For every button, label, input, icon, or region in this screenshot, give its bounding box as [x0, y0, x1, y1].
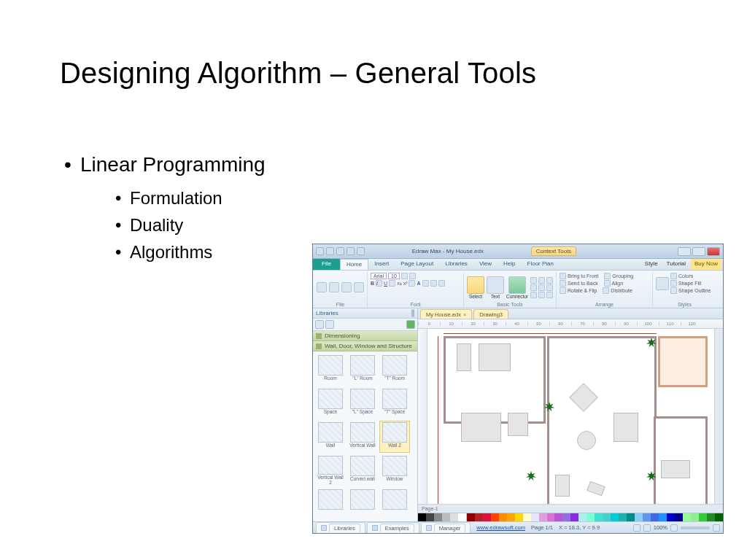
shape-generic-3[interactable]	[379, 488, 410, 520]
tab-file[interactable]: File	[313, 259, 340, 270]
font-color-icon[interactable]	[409, 280, 415, 287]
align-label[interactable]: Align	[612, 281, 624, 286]
qat-print-icon[interactable]	[347, 247, 355, 255]
furniture-table[interactable]	[457, 343, 471, 371]
link-tutorial[interactable]: Tutorial	[663, 259, 689, 270]
qat-undo-icon[interactable]	[326, 247, 334, 255]
themes-icon[interactable]	[656, 277, 669, 290]
tab-insert[interactable]: Insert	[368, 259, 395, 270]
zoom-in-icon[interactable]	[713, 524, 720, 532]
shape-t-space[interactable]: "T" Space	[379, 387, 410, 419]
maximize-button[interactable]	[692, 247, 705, 256]
link-style[interactable]: Style	[641, 259, 662, 270]
shape-outline-label[interactable]: Shape Outline	[678, 288, 711, 293]
shape-generic-1[interactable]	[315, 488, 346, 520]
plant-icon[interactable]	[646, 338, 657, 348]
strike-icon[interactable]	[389, 280, 395, 287]
rotate-flip-icon[interactable]	[560, 287, 566, 294]
shape-outline-icon[interactable]	[670, 287, 677, 294]
colors-label[interactable]: Colors	[678, 273, 693, 279]
tab-page-layout[interactable]: Page Layout	[395, 259, 439, 270]
rect-tool-icon[interactable]	[530, 284, 537, 291]
bottom-tab-examples[interactable]: Examples	[367, 522, 419, 533]
shape-l-space[interactable]: "L" Space	[347, 387, 378, 419]
align-right-icon[interactable]	[438, 280, 445, 287]
bring-front-icon[interactable]	[560, 273, 566, 279]
shape-wall[interactable]: Wall	[315, 421, 346, 453]
furniture-round-table[interactable]	[577, 431, 596, 450]
numbering-icon[interactable]	[409, 273, 416, 279]
shape-generic-2[interactable]	[347, 488, 378, 520]
eyedrop-tool-icon[interactable]	[538, 292, 545, 298]
zoom-controls[interactable]: 100%	[633, 524, 720, 532]
contextual-tab[interactable]: Context Tools	[531, 246, 576, 256]
shape-wall-2[interactable]: Wall 2	[379, 421, 410, 453]
furniture-sofa[interactable]	[461, 413, 501, 442]
drawing-canvas[interactable]	[427, 329, 714, 504]
quick-access-toolbar[interactable]	[316, 247, 365, 255]
select-tool-icon[interactable]	[467, 276, 484, 294]
category-dimensioning[interactable]: Dimensioning	[313, 331, 417, 341]
bottom-tab-manager[interactable]: Manager	[421, 522, 471, 533]
plant-icon[interactable]	[646, 471, 657, 481]
shape-fill-icon[interactable]	[670, 280, 677, 287]
subscript-button[interactable]: x₂	[397, 281, 402, 287]
italic-button[interactable]: I	[376, 280, 382, 287]
shape-fill-label[interactable]: Shape Fill	[678, 281, 701, 286]
shape-l-room[interactable]: "L" Room	[347, 354, 378, 386]
minimize-button[interactable]	[678, 247, 691, 256]
floorplan-room-3[interactable]	[658, 336, 708, 387]
zoom-slider[interactable]	[681, 526, 710, 529]
plant-icon[interactable]	[544, 402, 554, 412]
tab-libraries[interactable]: Libraries	[439, 259, 473, 270]
doc-tab-2[interactable]: Drawing3	[473, 309, 508, 319]
underline-button[interactable]: U	[384, 281, 387, 286]
send-back-label[interactable]: Send to Back	[568, 281, 598, 286]
tab-view[interactable]: View	[473, 259, 498, 270]
font-name-select[interactable]: Arial	[371, 273, 387, 279]
grouping-label[interactable]: Grouping	[612, 273, 633, 279]
qat-redo-icon[interactable]	[336, 247, 344, 255]
distribute-label[interactable]: Distribute	[611, 288, 632, 293]
view-fit-icon[interactable]	[643, 524, 651, 532]
close-button[interactable]	[707, 247, 720, 256]
plant-icon[interactable]	[526, 471, 536, 481]
link-buy-now[interactable]: Buy Now	[691, 259, 721, 270]
furniture-armchair[interactable]	[508, 413, 528, 436]
qat-more-icon[interactable]	[357, 247, 365, 255]
shape-vertical-wall-2[interactable]: Vertical Wall 2	[315, 454, 346, 486]
doc-tab-1[interactable]: My House.edx×	[420, 309, 472, 319]
lib-search-icon[interactable]	[325, 320, 334, 329]
clipboard-icon[interactable]	[317, 282, 327, 292]
vendor-url-link[interactable]: www.edrawsoft.com	[476, 524, 525, 531]
tab-floor-plan[interactable]: Floor Plan	[522, 259, 560, 270]
zoom-out-icon[interactable]	[670, 524, 678, 532]
copy-icon[interactable]	[341, 282, 352, 292]
category-walls[interactable]: Wall, Door, Window and Structure	[313, 341, 417, 351]
furniture-misc1[interactable]	[555, 475, 570, 497]
bullets-icon[interactable]	[401, 273, 408, 279]
align-left-icon[interactable]	[422, 280, 429, 287]
vertical-scrollbar[interactable]	[714, 329, 723, 504]
cut-icon[interactable]	[354, 282, 364, 292]
lib-open-icon[interactable]	[315, 320, 324, 329]
superscript-button[interactable]: x²	[403, 281, 408, 286]
furniture-bed[interactable]	[661, 460, 690, 478]
lib-add-icon[interactable]	[406, 320, 415, 329]
ellipse-tool-icon[interactable]	[538, 284, 545, 291]
line-tool-icon[interactable]	[530, 277, 537, 284]
qat-save-icon[interactable]	[316, 247, 324, 255]
furniture-chairs[interactable]	[479, 343, 511, 371]
bottom-tab-libraries[interactable]: Libraries	[316, 522, 365, 533]
panel-close-icon[interactable]	[413, 309, 414, 317]
bring-front-label[interactable]: Bring to Front	[568, 273, 598, 279]
crop-tool-icon[interactable]	[530, 292, 537, 298]
shape-space[interactable]: Space	[315, 387, 346, 419]
grouping-icon[interactable]	[604, 273, 611, 279]
view-normal-icon[interactable]	[633, 524, 640, 532]
shape-t-room[interactable]: "T" Room	[379, 354, 410, 386]
font-size-select[interactable]: 10	[388, 273, 400, 279]
curve-tool-icon[interactable]	[546, 277, 553, 284]
shape-curved-wall[interactable]: Curved wall	[347, 454, 378, 486]
horizontal-scrollbar[interactable]: Page-1	[418, 504, 723, 513]
